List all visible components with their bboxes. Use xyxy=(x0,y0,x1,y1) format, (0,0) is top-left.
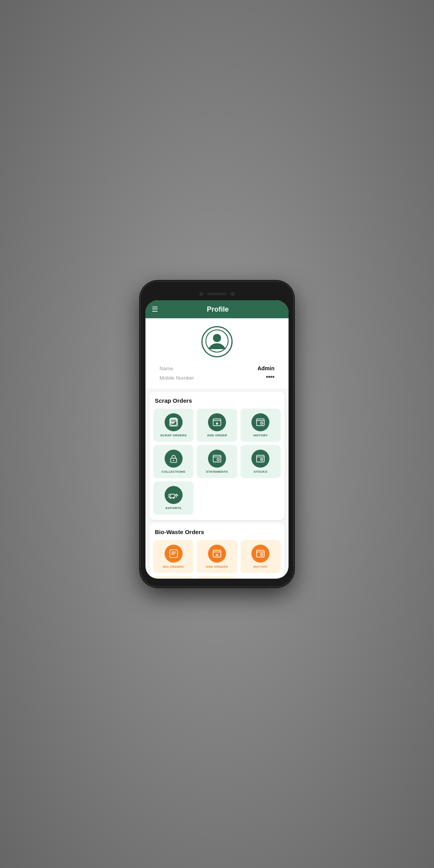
svg-point-28 xyxy=(172,497,174,499)
bio-grid-row2: COLLECTIONS $ $ CASH SETTLEMENT xyxy=(153,576,281,579)
page-title: Profile xyxy=(163,305,273,314)
scrap-grid-row2: COLLECTIONS $ STATEMENTS xyxy=(153,445,281,478)
statements-label: STATEMENTS xyxy=(206,470,228,473)
add-order-button[interactable]: ADD ORDER xyxy=(197,409,237,442)
svg-rect-25 xyxy=(169,494,175,498)
history-label: HISTORY xyxy=(253,434,268,437)
avatar xyxy=(201,326,233,357)
notch-bar xyxy=(145,289,289,299)
bio-add-orders-label: ADD ORDERS xyxy=(206,565,228,569)
speaker xyxy=(207,293,227,295)
bio-waste-section: Bio-Waste Orders BIO ORDERS xyxy=(149,523,285,579)
mobile-value: **** xyxy=(266,375,274,381)
profile-name-row: Name Admin xyxy=(160,364,274,373)
exports-icon xyxy=(165,486,183,504)
svg-point-27 xyxy=(170,497,171,499)
collections-label: COLLECTIONS xyxy=(161,470,185,473)
add-order-icon xyxy=(208,413,226,431)
stocks-button[interactable]: STOCKS xyxy=(240,445,281,478)
bio-orders-icon xyxy=(165,545,183,563)
scrap-orders-label: SCRAP ORDERS xyxy=(160,434,187,437)
hamburger-icon[interactable]: ☰ xyxy=(152,305,158,314)
svg-point-17 xyxy=(173,460,174,461)
scrap-orders-button[interactable]: SCRAP ORDERS xyxy=(153,409,194,442)
phone-shell: ☰ Profile Name xyxy=(141,282,293,586)
history-button[interactable]: HISTORY xyxy=(240,409,281,442)
bio-history-label: HISTORY xyxy=(253,565,268,569)
scrap-grid-row3: EXPORTS xyxy=(153,481,281,515)
bio-add-orders-button[interactable]: ADD ORDERS xyxy=(197,540,237,573)
statements-button[interactable]: $ STATEMENTS xyxy=(197,445,237,478)
avatar-icon xyxy=(205,329,229,354)
bio-orders-label: BIO ORDERS xyxy=(163,565,184,569)
stocks-icon xyxy=(251,450,269,468)
bio-add-orders-icon xyxy=(208,545,226,563)
bio-orders-button[interactable]: BIO ORDERS xyxy=(153,540,194,573)
profile-info: Name Admin Mobile Number **** xyxy=(152,364,282,382)
statements-icon: $ xyxy=(208,450,226,468)
exports-button[interactable]: EXPORTS xyxy=(153,481,194,515)
cash-settlement-button[interactable]: $ $ CASH SETTLEMENT xyxy=(197,576,237,579)
scrap-orders-icon xyxy=(165,413,183,431)
app-content: Name Admin Mobile Number **** Scrap Orde… xyxy=(145,318,289,579)
collections-button[interactable]: COLLECTIONS xyxy=(153,445,194,478)
name-value: Admin xyxy=(257,365,274,371)
history-icon xyxy=(251,413,269,431)
stocks-label: STOCKS xyxy=(254,470,267,473)
svg-text:$: $ xyxy=(218,459,219,461)
bio-grid-row1: BIO ORDERS ADD ORDERS xyxy=(153,540,281,573)
profile-mobile-row: Mobile Number **** xyxy=(160,373,274,382)
exports-label: EXPORTS xyxy=(165,506,181,510)
scrap-grid-row1: SCRAP ORDERS ADD ORDER xyxy=(153,409,281,442)
scrap-section-title: Scrap Orders xyxy=(153,397,281,404)
bio-collections-button[interactable]: COLLECTIONS xyxy=(153,576,194,579)
svg-point-1 xyxy=(213,334,221,342)
bio-history-icon xyxy=(251,545,269,563)
app-header: ☰ Profile xyxy=(145,300,289,318)
collections-icon xyxy=(165,450,183,468)
camera-left xyxy=(199,292,203,296)
camera-right xyxy=(231,292,235,296)
profile-section: Name Admin Mobile Number **** xyxy=(145,318,289,389)
name-label: Name xyxy=(160,366,173,371)
phone-screen: ☰ Profile Name xyxy=(145,300,289,579)
bio-section-title: Bio-Waste Orders xyxy=(153,529,281,535)
mobile-label: Mobile Number xyxy=(160,375,194,381)
scrap-orders-section: Scrap Orders xyxy=(149,392,285,520)
add-order-label: ADD ORDER xyxy=(207,434,227,437)
bio-history-button[interactable]: HISTORY xyxy=(240,540,281,573)
